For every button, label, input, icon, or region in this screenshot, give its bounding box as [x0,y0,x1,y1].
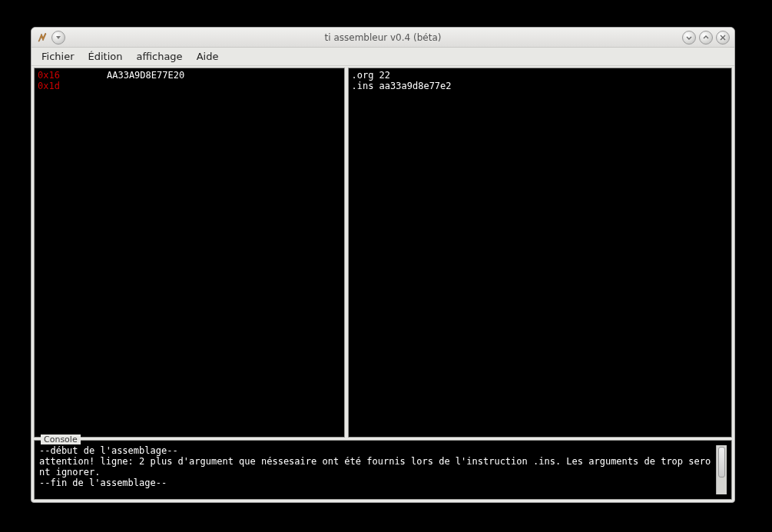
listing-row: 0x16 AA33A9D8E77E20 [38,70,341,81]
console-panel: Console --début de l'assemblage-- attent… [34,440,732,500]
window-menu-button[interactable] [51,31,65,45]
menu-edition[interactable]: Édition [81,48,130,64]
app-window: ti assembleur v0.4 (béta) Fichier Éditio… [31,27,735,503]
listing-pane[interactable]: 0x16 AA33A9D8E77E20 0x1d [34,68,345,438]
window-title: ti assembleur v0.4 (béta) [31,32,734,43]
minimize-button[interactable] [682,31,696,45]
menu-aide[interactable]: Aide [190,48,226,64]
listing-row: 0x1d [38,81,341,91]
listing-address: 0x16 [38,70,107,81]
menu-affichage[interactable]: affichage [129,48,189,64]
titlebar[interactable]: ti assembleur v0.4 (béta) [31,28,734,48]
close-button[interactable] [716,31,730,45]
console-text[interactable]: --début de l'assemblage-- attention! lig… [39,445,716,494]
console-scrollbar[interactable] [716,445,727,494]
source-line: .org 22 [352,70,729,81]
console-label: Console [41,435,81,444]
listing-hex: AA33A9D8E77E20 [107,70,184,81]
editor-panes: 0x16 AA33A9D8E77E20 0x1d .org 22 .ins aa… [34,68,732,438]
console-body: --début de l'assemblage-- attention! lig… [35,441,731,499]
menu-fichier[interactable]: Fichier [35,48,81,64]
titlebar-left [36,31,65,45]
content-area: 0x16 AA33A9D8E77E20 0x1d .org 22 .ins aa… [31,66,734,502]
maximize-button[interactable] [699,31,713,45]
titlebar-right [682,31,730,45]
app-icon [36,31,48,44]
scrollbar-thumb[interactable] [718,447,725,477]
source-pane[interactable]: .org 22 .ins aa33a9d8e77e2 [348,68,733,438]
listing-address: 0x1d [38,81,107,91]
source-line: .ins aa33a9d8e77e2 [352,81,729,91]
menubar: Fichier Édition affichage Aide [31,48,734,66]
